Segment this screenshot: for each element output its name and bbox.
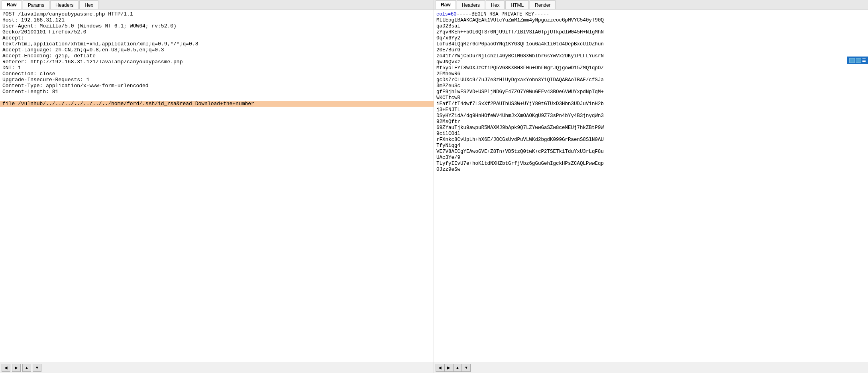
nav-down-left[interactable]: ▼ xyxy=(33,364,41,372)
accept-types-line: text/html,application/xhtml+xml,applicat… xyxy=(2,41,431,47)
highlighted-payload-line: file=/vulnhub/../../../../../../../home/… xyxy=(0,101,434,107)
upgrade-line: Upgrade-Insecure-Requests: 1 xyxy=(2,77,431,83)
nav-prev-right[interactable]: ◀ xyxy=(436,364,444,372)
right-panel-scroll-area: cols=60-----BEGIN RSA PRIVATE KEY----- M… xyxy=(434,10,868,362)
tab-headers-right[interactable]: Headers xyxy=(457,0,485,9)
right-content-area[interactable]: cols=60-----BEGIN RSA PRIVATE KEY----- M… xyxy=(434,10,868,362)
main-content: POST /lavalamp/canyoubypassme.php HTTP/1… xyxy=(0,10,868,362)
left-tabs: Raw Params Headers Hex xyxy=(0,0,434,9)
tab-render-right[interactable]: Render xyxy=(530,0,556,9)
nav-down-right[interactable]: ▼ xyxy=(462,364,471,372)
nav-up-left[interactable]: ▲ xyxy=(22,364,31,372)
tab-html-right[interactable]: HTML xyxy=(505,0,529,9)
tab-hex-left[interactable]: Hex xyxy=(79,0,98,9)
cols-indicator: cols=60 xyxy=(436,12,456,17)
nav-prev-left[interactable]: ◀ xyxy=(2,364,10,372)
nav-next-left[interactable]: ▶ xyxy=(12,364,21,372)
overlay-toolbar: ☰ xyxy=(847,57,868,64)
tab-raw-left[interactable]: Raw xyxy=(2,0,22,9)
bottom-bar-left: ◀ ▶ ▲ ▼ xyxy=(0,362,434,373)
accept-line: Accept: xyxy=(2,35,431,41)
tab-params-left[interactable]: Params xyxy=(23,0,49,9)
tab-bar: Raw Params Headers Hex Raw Headers Hex H… xyxy=(0,0,868,10)
content-length-line: Content-Length: 81 xyxy=(2,89,431,95)
bottom-bar: ◀ ▶ ▲ ▼ ◀ ▶ ▲ ▼ xyxy=(0,362,868,373)
left-content-area[interactable]: POST /lavalamp/canyoubypassme.php HTTP/1… xyxy=(0,10,434,362)
nav-next-right[interactable]: ▶ xyxy=(444,364,453,372)
request-line: POST /lavalamp/canyoubypassme.php HTTP/1… xyxy=(2,11,431,17)
rsa-key-content: -----BEGIN RSA PRIVATE KEY----- MIIEogIB… xyxy=(436,12,604,172)
icon-grid2 xyxy=(856,58,861,63)
bottom-bar-right: ◀ ▶ ▲ ▼ xyxy=(434,362,868,373)
connection-line: Connection: close xyxy=(2,71,431,77)
gecko-line: Gecko/20100101 Firefox/52.0 xyxy=(2,29,431,35)
user-agent-line: User-Agent: Mozilla/5.0 (Windows NT 6.1;… xyxy=(2,23,431,29)
right-panel: cols=60-----BEGIN RSA PRIVATE KEY----- M… xyxy=(434,10,868,362)
accept-encoding-line: Accept-Encoding: gzip, deflate xyxy=(2,53,431,59)
host-line: Host: 192.168.31.121 xyxy=(2,17,431,23)
left-panel: POST /lavalamp/canyoubypassme.php HTTP/1… xyxy=(0,10,434,362)
empty-line xyxy=(2,95,431,101)
icon-grid xyxy=(849,58,855,63)
left-panel-scroll-area: POST /lavalamp/canyoubypassme.php HTTP/1… xyxy=(0,10,434,362)
tab-headers-left[interactable]: Headers xyxy=(50,0,79,9)
right-tabs: Raw Headers Hex HTML Render xyxy=(434,0,868,9)
tab-raw-right[interactable]: Raw xyxy=(436,0,456,9)
referer-line: Referer: http://192.168.31.121/lavalamp/… xyxy=(2,59,431,65)
tab-hex-right[interactable]: Hex xyxy=(486,0,505,9)
dnt-line: DNT: 1 xyxy=(2,65,431,71)
nav-up-right[interactable]: ▲ xyxy=(453,364,462,372)
content-type-line: Content-Type: application/x-www-form-url… xyxy=(2,83,431,89)
accept-language-line: Accept-Language: zh-CN,zh;q=0.8,en-US;q=… xyxy=(2,47,431,53)
icon-label: ☰ xyxy=(862,58,866,63)
